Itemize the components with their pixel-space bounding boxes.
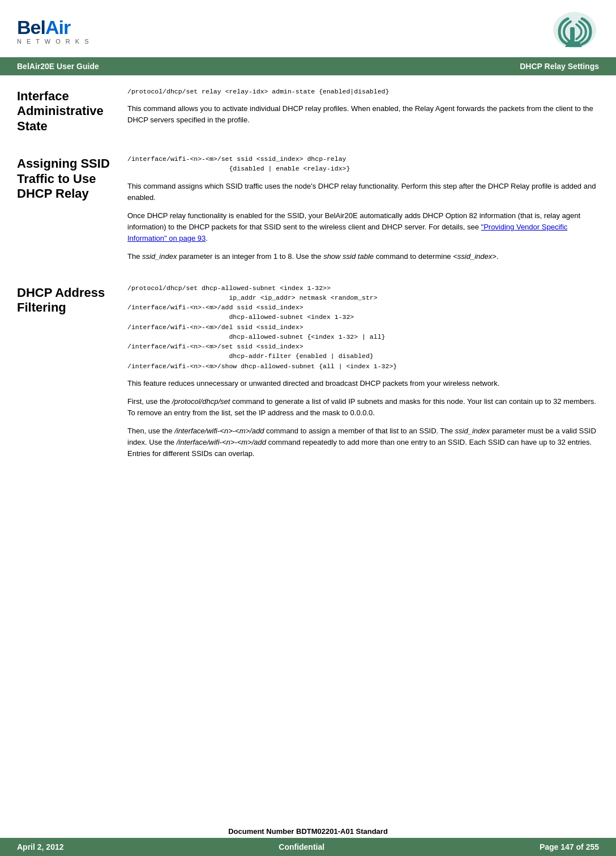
heading-assigning-ssid: Assigning SSID Traffic to Use DHCP Relay [17, 156, 116, 201]
section-content-ssid: /interface/wifi-<n>-<m>/set ssid <ssid_i… [127, 154, 599, 269]
section-heading-dhcp-col: DHCP Address Filtering [17, 283, 127, 467]
footer-bar: April 2, 2012 Confidential Page 147 of 2… [0, 838, 616, 856]
code-dhcp-filtering: /protocol/dhcp/set dhcp-allowed-subnet <… [127, 283, 599, 371]
section-interface-admin: Interface Administrative State /protocol… [17, 87, 599, 140]
logo-bel: Bel [17, 16, 45, 38]
footer-date: April 2, 2012 [17, 842, 64, 851]
heading-interface-admin: Interface Administrative State [17, 89, 116, 134]
para-dhcp-1: First, use the /protocol/dhcp/set comman… [127, 396, 599, 419]
logo-networks: N E T W O R K S [17, 38, 91, 45]
section-assigning-ssid: Assigning SSID Traffic to Use DHCP Relay… [17, 154, 599, 269]
main-content: Interface Administrative State /protocol… [0, 75, 616, 492]
para-dhcp-2: Then, use the /interface/wifi-<n>-<m>/ad… [127, 425, 599, 459]
footer-page: Page 147 of 255 [540, 842, 599, 851]
doc-number: Document Number BDTM02201-A01 Standard [0, 827, 616, 838]
svg-rect-1 [570, 27, 575, 41]
para-ssid-0: This command assigns which SSID traffic … [127, 181, 599, 203]
para-dhcp-0: This feature reduces unnecessary or unwa… [127, 378, 599, 389]
footer-area: Document Number BDTM02201-A01 Standard A… [0, 827, 616, 856]
section-heading-ssid-col: Assigning SSID Traffic to Use DHCP Relay [17, 154, 127, 269]
heading-dhcp-filtering: DHCP Address Filtering [17, 286, 116, 316]
antenna-icon [551, 10, 599, 52]
section-content-interface-admin: /protocol/dhcp/set relay <relay-idx> adm… [127, 87, 599, 140]
title-right: DHCP Relay Settings [520, 62, 599, 71]
para-interface-admin-0: This command allows you to activate indi… [127, 103, 599, 126]
para-ssid-1: Once DHCP relay functionality is enabled… [127, 210, 599, 244]
code-interface-admin: /protocol/dhcp/set relay <relay-idx> adm… [127, 87, 599, 96]
logo-air: Air [45, 16, 70, 38]
section-heading-col: Interface Administrative State [17, 87, 127, 140]
section-content-dhcp-filtering: /protocol/dhcp/set dhcp-allowed-subnet <… [127, 283, 599, 467]
section-dhcp-filtering: DHCP Address Filtering /protocol/dhcp/se… [17, 283, 599, 467]
logo-area: BelAir N E T W O R K S [17, 18, 91, 45]
title-left: BelAir20E User Guide [17, 62, 99, 71]
logo: BelAir [17, 18, 91, 37]
para-ssid-2: The ssid_index parameter is an integer f… [127, 251, 599, 262]
page-header: BelAir N E T W O R K S [0, 0, 616, 57]
code-assigning-ssid: /interface/wifi-<n>-<m>/set ssid <ssid_i… [127, 154, 599, 174]
footer-confidential: Confidential [279, 842, 324, 851]
title-bar: BelAir20E User Guide DHCP Relay Settings [0, 57, 616, 75]
